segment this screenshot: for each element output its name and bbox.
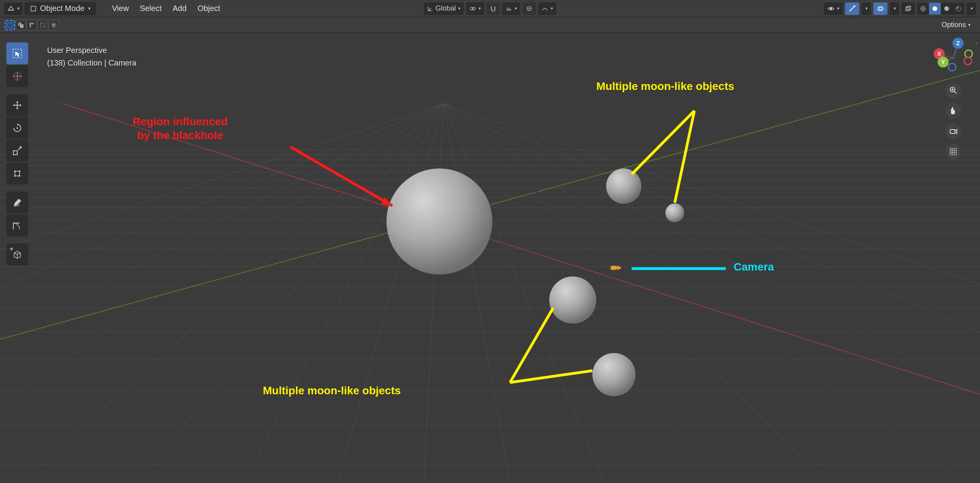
left-toolbar: [6, 42, 28, 265]
svg-point-6: [528, 8, 530, 9]
options-dropdown[interactable]: Options ▾: [937, 18, 975, 31]
svg-line-57: [443, 104, 510, 483]
shading-wireframe[interactable]: [917, 3, 929, 15]
empty-object-2: [527, 192, 548, 212]
svg-rect-11: [907, 6, 911, 9]
y-axis-line: [0, 70, 980, 339]
annotation-line-moon-top-2: [675, 111, 694, 203]
gizmo-dropdown[interactable]: ▾: [862, 2, 871, 15]
viewport-3d[interactable]: ‹: [0, 33, 980, 483]
viewport-info: User Perspective (138) Collection | Came…: [47, 44, 137, 69]
svg-rect-26: [53, 24, 55, 26]
empty-object-1: [306, 245, 330, 269]
shading-solid[interactable]: [929, 3, 941, 15]
xray-toggle[interactable]: [902, 2, 915, 15]
navigation-gizmo[interactable]: Z X Y: [934, 38, 973, 78]
svg-point-85: [14, 170, 16, 172]
svg-line-94: [954, 91, 956, 93]
context-label: (138) Collection | Camera: [47, 57, 137, 69]
menu-object[interactable]: Object: [193, 2, 225, 15]
editor-type-dropdown[interactable]: ▾: [4, 2, 23, 15]
svg-rect-22: [31, 24, 34, 27]
camera-object: [611, 265, 621, 270]
orientation-label: Global: [435, 4, 456, 13]
svg-point-4: [472, 7, 475, 10]
gizmo-toggle[interactable]: [845, 2, 859, 15]
menu-select[interactable]: Select: [135, 2, 166, 15]
select-mode-invert[interactable]: [38, 20, 48, 30]
sphere-moon-bottom-2: [592, 353, 636, 396]
svg-rect-20: [20, 24, 24, 28]
annotation-text-blackhole: Region influenced by the blackhole: [133, 115, 228, 142]
interaction-mode-dropdown[interactable]: Object Mode ▾: [24, 2, 96, 15]
sidebar-expand-tab[interactable]: ‹: [974, 37, 979, 49]
proportional-edit-toggle[interactable]: [523, 2, 536, 15]
annotation-line-moon-top-1: [632, 111, 694, 174]
menu-add[interactable]: Add: [168, 2, 191, 15]
perspective-toggle-button[interactable]: [945, 144, 961, 159]
svg-rect-2: [31, 6, 36, 11]
select-mode-subtract[interactable]: [27, 20, 37, 30]
visibility-dropdown[interactable]: ▾: [824, 2, 843, 15]
svg-line-60: [443, 104, 828, 483]
svg-point-82: [16, 127, 18, 129]
header-center: Global ▾ ▾ ▾ ▾: [424, 2, 556, 15]
svg-line-51: [0, 104, 443, 483]
snap-element-dropdown[interactable]: ▾: [502, 2, 520, 15]
svg-rect-98: [950, 148, 956, 155]
pivot-point-dropdown[interactable]: ▾: [466, 2, 484, 15]
tool-rotate[interactable]: [6, 117, 28, 139]
tool-annotate[interactable]: [6, 192, 28, 214]
svg-point-1: [12, 9, 13, 11]
tool-move[interactable]: [6, 94, 28, 116]
shading-rendered[interactable]: [953, 3, 964, 15]
shading-dropdown[interactable]: ▾: [967, 2, 976, 15]
tool-select-box[interactable]: [6, 42, 28, 64]
main-header: ▾ Object Mode ▾ View Select Add Object G…: [0, 0, 980, 17]
svg-point-76: [619, 267, 621, 269]
tool-transform[interactable]: [6, 163, 28, 185]
menu-view[interactable]: View: [107, 2, 133, 15]
tool-scale[interactable]: [6, 140, 28, 162]
right-gizmos: Z X Y: [934, 38, 973, 159]
overlays-toggle[interactable]: [873, 2, 887, 15]
tool-cursor[interactable]: [6, 65, 28, 87]
tool-measure[interactable]: [6, 214, 28, 236]
svg-line-55: [337, 104, 443, 483]
annotation-text-moons-top: Multiple moon-like objects: [596, 80, 734, 93]
proportional-falloff-dropdown[interactable]: ▾: [538, 2, 556, 15]
select-mode-extend[interactable]: [16, 20, 26, 30]
gizmo-y-axis[interactable]: Y: [938, 57, 949, 68]
transform-orientation-dropdown[interactable]: Global ▾: [424, 2, 464, 15]
select-mode-new[interactable]: [5, 20, 15, 30]
gizmo-neg-x[interactable]: [964, 57, 972, 65]
svg-point-14: [944, 6, 949, 11]
svg-line-56: [424, 104, 443, 483]
perspective-label: User Perspective: [47, 44, 137, 57]
gizmo-z-axis[interactable]: Z: [953, 38, 964, 49]
svg-line-53: [137, 104, 443, 483]
zoom-button[interactable]: [945, 82, 961, 98]
shading-mode-row: [917, 3, 964, 15]
select-mode-group: [5, 20, 59, 30]
pan-button[interactable]: [945, 103, 961, 119]
options-label: Options: [942, 21, 966, 29]
tool-add-primitive[interactable]: [6, 243, 28, 265]
svg-point-88: [19, 175, 20, 177]
svg-point-86: [19, 170, 20, 172]
select-mode-intersect[interactable]: [49, 20, 59, 30]
snap-toggle[interactable]: [486, 2, 500, 15]
svg-line-49: [0, 104, 443, 483]
camera-view-button[interactable]: [945, 123, 961, 139]
overlays-dropdown[interactable]: ▾: [890, 2, 899, 15]
sphere-moon-top-1: [606, 168, 641, 204]
svg-line-48: [0, 104, 443, 483]
shading-material[interactable]: [941, 3, 953, 15]
svg-rect-10: [906, 7, 909, 11]
header-left: ▾ Object Mode ▾ View Select Add Object: [4, 2, 225, 15]
sphere-moon-bottom-1: [549, 276, 596, 324]
svg-point-16: [956, 6, 961, 11]
gizmo-neg-z[interactable]: [948, 63, 956, 71]
sphere-moon-top-2: [665, 203, 684, 222]
tool-settings-bar: Options ▾: [0, 17, 980, 33]
